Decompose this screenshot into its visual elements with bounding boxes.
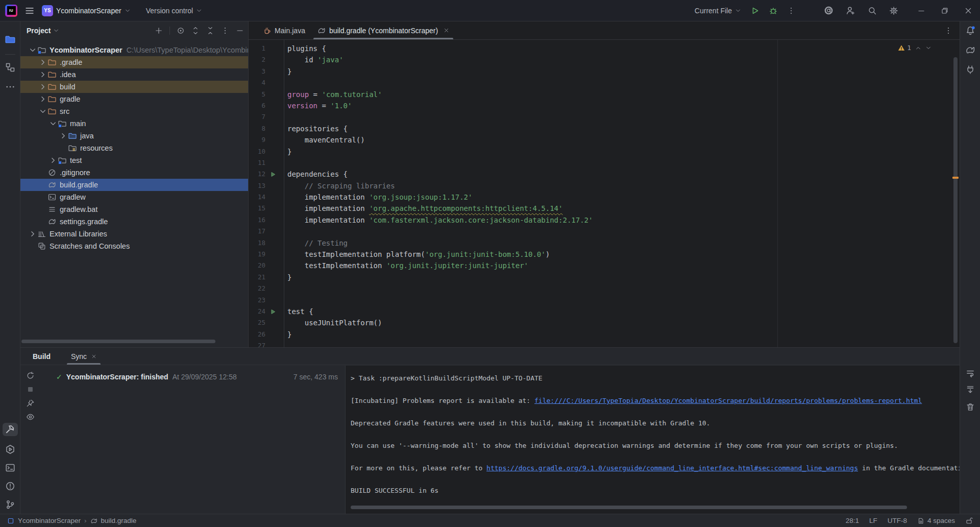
- code-line[interactable]: 9 mavenCentral(): [249, 134, 960, 146]
- tab-sync[interactable]: Sync: [70, 348, 97, 365]
- console-horizontal-scrollbar[interactable]: [351, 506, 907, 509]
- breadcrumb-project[interactable]: YcombinatorScraper: [18, 517, 81, 524]
- code-line[interactable]: 2 id 'java': [249, 54, 960, 65]
- project-panel-title[interactable]: Project: [27, 27, 59, 35]
- unlock-icon[interactable]: [965, 517, 973, 524]
- code-line[interactable]: 25 useJUnitPlatform(): [249, 317, 960, 328]
- pin-icon[interactable]: [26, 399, 35, 408]
- notifications-bell-icon[interactable]: [965, 26, 975, 36]
- collapse-all-icon[interactable]: [206, 27, 214, 35]
- locate-file-icon[interactable]: [177, 27, 185, 35]
- chevron-right-icon[interactable]: [38, 95, 47, 103]
- code-line[interactable]: 18 // Testing: [249, 237, 960, 249]
- close-tab-icon[interactable]: [91, 354, 96, 359]
- build-console[interactable]: > Task :prepareKotlinBuildScriptModel UP…: [345, 366, 960, 514]
- chevron-right-icon[interactable]: [38, 83, 47, 91]
- scrollbar-warning-mark[interactable]: [952, 177, 959, 179]
- code-line[interactable]: 13 // Scraping libraries: [249, 180, 960, 191]
- plugin-plug-icon[interactable]: [965, 64, 975, 75]
- code-line[interactable]: 14 implementation 'org.jsoup:jsoup:1.17.…: [249, 191, 960, 203]
- code-line[interactable]: 7: [249, 111, 960, 123]
- close-tab-icon[interactable]: [444, 28, 449, 33]
- preview-eye-icon[interactable]: [26, 413, 35, 421]
- clear-all-icon[interactable]: [966, 402, 975, 412]
- inspection-widget[interactable]: 1: [898, 44, 932, 52]
- tree-item[interactable]: .gitignore: [20, 166, 248, 179]
- tree-item[interactable]: .idea: [20, 68, 248, 81]
- terminal-icon[interactable]: [5, 463, 15, 473]
- services-icon[interactable]: [5, 444, 15, 454]
- gradle-tool-icon[interactable]: [965, 45, 975, 55]
- editor-scrollbar[interactable]: [953, 57, 958, 343]
- main-menu-icon[interactable]: [24, 6, 35, 16]
- code-line[interactable]: 3}: [249, 66, 960, 77]
- tree-item[interactable]: gradlew: [20, 191, 248, 203]
- hide-panel-icon[interactable]: [236, 27, 244, 35]
- ai-assistant-icon[interactable]: [824, 6, 834, 15]
- code-line[interactable]: 19 testImplementation platform('org.juni…: [249, 249, 960, 260]
- tool-build-button[interactable]: [3, 423, 18, 436]
- chevron-right-icon[interactable]: [38, 70, 47, 79]
- code-line[interactable]: 26}: [249, 329, 960, 340]
- soft-wrap-icon[interactable]: [966, 369, 975, 378]
- console-link[interactable]: https://docs.gradle.org/9.1.0/userguide/…: [486, 464, 858, 472]
- debug-icon[interactable]: [769, 6, 778, 15]
- code-editor[interactable]: 1plugins {2 id 'java'3}45group = 'com.tu…: [249, 40, 960, 347]
- prev-warning-icon[interactable]: [915, 45, 921, 51]
- maximize-button[interactable]: [933, 0, 957, 21]
- caret-position[interactable]: 28:1: [846, 517, 859, 524]
- chevron-down-icon[interactable]: [28, 46, 37, 54]
- tree-item[interactable]: main: [20, 117, 248, 130]
- code-line[interactable]: 5group = 'com.tutorial': [249, 89, 960, 100]
- tab-main-java[interactable]: Main.java: [257, 21, 311, 39]
- code-line[interactable]: 12dependencies {: [249, 169, 960, 180]
- run-gutter-icon[interactable]: [270, 171, 276, 178]
- minimize-button[interactable]: [910, 0, 933, 21]
- chevron-right-icon[interactable]: [59, 132, 68, 140]
- line-separator[interactable]: LF: [869, 517, 877, 524]
- code-line[interactable]: 16 implementation 'com.fasterxml.jackson…: [249, 214, 960, 226]
- options-kebab-icon[interactable]: [221, 27, 229, 35]
- more-actions-icon[interactable]: [787, 7, 795, 15]
- indent-setting[interactable]: 4 spaces: [917, 517, 955, 524]
- breadcrumb[interactable]: YcombinatorScraper › build.gradle: [7, 517, 136, 524]
- tree-item[interactable]: .gradle: [20, 56, 248, 68]
- code-line[interactable]: 23: [249, 295, 960, 306]
- code-line[interactable]: 22: [249, 283, 960, 294]
- code-line[interactable]: 4: [249, 77, 960, 88]
- problems-icon[interactable]: [5, 481, 15, 491]
- console-link[interactable]: file:///C:/Users/TypeTopia/Desktop/Ycomb…: [534, 397, 922, 404]
- project-widget[interactable]: YS YcombinatorScraper: [42, 5, 131, 16]
- scroll-to-end-icon[interactable]: [966, 385, 975, 394]
- sync-result-row[interactable]: ✓ YcombinatorScraper: finished At 29/09/…: [56, 371, 338, 383]
- close-button[interactable]: [957, 0, 980, 21]
- chevron-down-icon[interactable]: [38, 107, 47, 115]
- tool-commit-button[interactable]: [3, 61, 18, 74]
- add-icon[interactable]: [155, 27, 163, 35]
- tab-options-kebab-icon[interactable]: [944, 27, 952, 35]
- tool-project-button[interactable]: [3, 33, 18, 46]
- tree-item[interactable]: gradle: [20, 93, 248, 105]
- vcs-widget[interactable]: Version control: [146, 7, 203, 15]
- file-encoding[interactable]: UTF-8: [888, 517, 907, 524]
- tree-item[interactable]: settings.gradle: [20, 215, 248, 228]
- tab-build-gradle[interactable]: build.gradle (YcombinatorScraper): [311, 21, 455, 39]
- chevron-right-icon[interactable]: [28, 230, 37, 238]
- code-line[interactable]: 10}: [249, 146, 960, 157]
- run-configuration-selector[interactable]: Current File: [695, 7, 741, 15]
- add-user-icon[interactable]: [846, 6, 855, 15]
- chevron-right-icon[interactable]: [48, 156, 58, 164]
- code-line[interactable]: 21}: [249, 272, 960, 283]
- code-line[interactable]: 15 implementation 'org.apache.httpcompon…: [249, 203, 960, 214]
- expand-all-icon[interactable]: [191, 27, 200, 35]
- tree-item[interactable]: build: [20, 81, 248, 93]
- code-line[interactable]: 27: [249, 340, 960, 347]
- run-icon[interactable]: [750, 6, 760, 15]
- more-tool-windows-button[interactable]: [3, 80, 18, 93]
- stop-icon[interactable]: [26, 385, 35, 394]
- code-line[interactable]: 1plugins {: [249, 43, 960, 54]
- sync-refresh-icon[interactable]: [26, 371, 35, 380]
- tree-item[interactable]: YcombinatorScraperC:\Users\TypeTopia\Des…: [20, 44, 248, 56]
- tree-item[interactable]: java: [20, 130, 248, 142]
- git-branch-icon[interactable]: [5, 499, 15, 510]
